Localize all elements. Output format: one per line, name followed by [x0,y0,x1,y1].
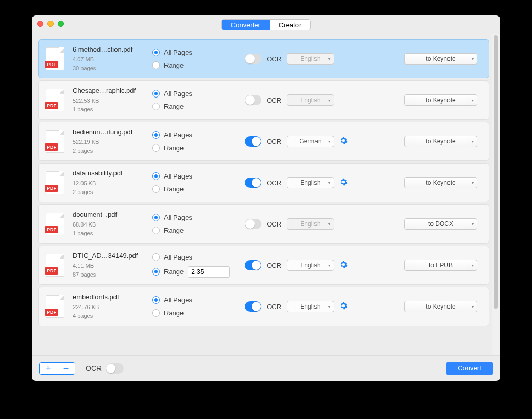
file-pages: 1 pages [73,229,152,238]
language-select[interactable]: German▾ [287,136,334,147]
content-area: PDF6 method…ction.pdf4.07 MB30 pagesAll … [32,34,500,355]
ocr-label: OCR [267,220,281,228]
ocr-switch[interactable] [245,219,261,229]
ocr-switch[interactable] [245,136,261,147]
format-value: to DOCX [428,220,453,228]
file-size: 224.76 KB [73,303,152,312]
radio-range[interactable]: Range [152,309,245,317]
gear-icon[interactable] [339,301,348,312]
file-name: embedfonts.pdf [73,293,152,301]
language-select[interactable]: English▾ [287,218,334,230]
scrollbar-thumb[interactable] [494,35,498,309]
radio-all-pages[interactable]: All Pages [152,49,245,56]
page-range-group: All PagesRange [152,90,245,110]
file-size: 522.53 KB [73,96,152,105]
language-select[interactable]: English▾ [287,301,334,312]
file-row[interactable]: PDFChesape…raphic.pdf522.53 KB1 pagesAll… [38,80,489,120]
add-button[interactable]: + [40,363,57,374]
remove-button[interactable]: − [57,363,75,374]
file-row[interactable]: PDFembedfonts.pdf224.76 KB4 pagesAll Pag… [38,287,489,326]
all-pages-label: All Pages [164,296,192,304]
close-icon[interactable] [37,21,43,27]
file-name: 6 method…ction.pdf [73,45,152,53]
format-select[interactable]: to Keynote▾ [404,301,477,312]
radio-all-pages[interactable]: All Pages [152,296,245,304]
format-group: to Keynote▾ [348,53,489,65]
chevron-down-icon: ▾ [472,98,474,103]
gear-icon[interactable] [339,136,348,147]
ocr-group: OCREnglish▾ [245,53,348,65]
file-row[interactable]: PDFbedienun…itung.pdf522.19 KB2 pagesAll… [38,122,489,161]
radio-range[interactable]: Range [152,185,245,193]
radio-range[interactable]: Range [152,144,245,152]
minimize-icon[interactable] [47,21,54,27]
pdf-badge: PDF [45,185,58,192]
window-controls [37,21,64,27]
radio-range[interactable]: Range [152,227,245,234]
format-select[interactable]: to DOCX▾ [404,218,477,230]
ocr-switch[interactable] [245,260,261,270]
language-select[interactable]: English▾ [287,260,334,271]
language-select[interactable]: English▾ [287,177,334,188]
ocr-group: OCREnglish▾ [245,177,348,188]
file-row[interactable]: PDFdocument_.pdf68.84 KB1 pagesAll Pages… [38,204,489,244]
file-row[interactable]: PDFdata usability.pdf12.05 KB2 pagesAll … [38,163,489,202]
pdf-file-icon: PDF [46,295,64,318]
format-select[interactable]: to Keynote▾ [404,177,477,188]
all-pages-label: All Pages [164,90,192,98]
convert-button[interactable]: Convert [446,362,493,375]
file-pages: 1 pages [73,105,152,114]
file-meta: document_.pdf68.84 KB1 pages [70,211,152,237]
ocr-switch[interactable] [245,178,261,188]
pdf-badge: PDF [45,267,58,275]
format-value: to Keynote [426,303,455,310]
format-select[interactable]: to EPUB▾ [404,260,477,271]
format-value: to Keynote [426,96,455,104]
maximize-icon[interactable] [58,21,64,27]
format-select[interactable]: to Keynote▾ [404,53,477,65]
all-pages-label: All Pages [164,131,192,139]
ocr-group: OCREnglish▾ [245,260,348,271]
radio-all-pages[interactable]: All Pages [152,253,245,261]
scrollbar[interactable] [492,34,500,355]
footer-ocr-switch[interactable] [106,363,124,374]
chevron-down-icon: ▾ [472,263,474,268]
range-label: Range [164,309,184,317]
range-label: Range [164,268,184,276]
tab-creator[interactable]: Creator [270,20,310,30]
file-size: 68.84 KB [73,220,152,229]
ocr-switch[interactable] [245,95,261,105]
radio-all-pages[interactable]: All Pages [152,214,245,221]
ocr-switch[interactable] [245,54,261,64]
tab-converter[interactable]: Converter [222,20,270,30]
chevron-down-icon: ▾ [328,57,330,61]
ocr-group: OCREnglish▾ [245,218,348,230]
language-select[interactable]: English▾ [287,94,334,106]
file-meta: DTIC_AD…34149.pdf4.11 MB87 pages [70,252,152,279]
radio-range[interactable]: Range [152,266,245,278]
gear-icon[interactable] [339,260,348,271]
format-select[interactable]: to Keynote▾ [404,94,477,106]
pdf-badge: PDF [45,143,58,151]
range-input[interactable] [188,266,230,278]
all-pages-label: All Pages [164,49,192,56]
ocr-switch[interactable] [245,301,261,312]
radio-all-pages[interactable]: All Pages [152,172,245,180]
file-size: 12.05 KB [73,179,152,188]
file-name: bedienun…itung.pdf [73,128,152,136]
chevron-down-icon: ▾ [472,57,474,61]
footer-ocr-label: OCR [86,364,102,373]
file-row[interactable]: PDF6 method…ction.pdf4.07 MB30 pagesAll … [38,39,489,78]
radio-all-pages[interactable]: All Pages [152,131,245,139]
radio-range[interactable]: Range [152,103,245,110]
gear-icon[interactable] [339,178,348,188]
radio-all-pages[interactable]: All Pages [152,90,245,98]
ocr-label: OCR [267,179,281,187]
format-select[interactable]: to Keynote▾ [404,136,477,147]
file-list: PDF6 method…ction.pdf4.07 MB30 pagesAll … [32,34,492,355]
format-group: to Keynote▾ [348,301,489,312]
page-range-group: All PagesRange [152,296,245,317]
file-row[interactable]: PDFDTIC_AD…34149.pdf4.11 MB87 pagesAll P… [38,246,489,285]
language-select[interactable]: English▾ [287,53,334,65]
radio-range[interactable]: Range [152,61,245,69]
